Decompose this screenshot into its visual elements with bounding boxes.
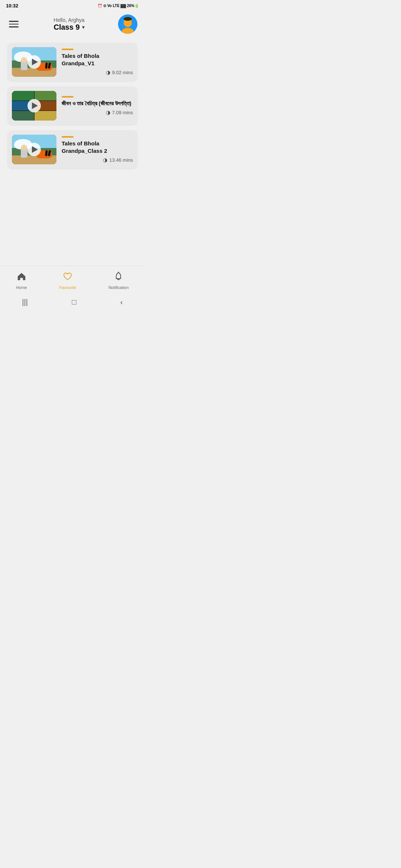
thumbnail-3: [12, 135, 56, 164]
thumb-cell-5: [12, 111, 34, 121]
video-list: Tales of Bhola Grandpa_V1 ◑ 9.02 mins: [0, 40, 145, 219]
nav-favourite-label: Favourite: [59, 285, 76, 290]
orange-bar-1: [62, 49, 74, 50]
class-selector[interactable]: Class 9 ▾: [20, 23, 118, 32]
recent-apps-button[interactable]: |||: [11, 296, 39, 308]
play-triangle-icon-2: [32, 102, 38, 109]
video-title-1: Tales of Bhola Grandpa_V1: [62, 52, 133, 68]
play-triangle-icon-3: [32, 146, 38, 153]
svg-point-3: [124, 17, 132, 21]
clock-icon-2: ◑: [106, 109, 110, 115]
hamburger-line-1: [9, 21, 19, 22]
header: Hello, Arghya Class 9 ▾: [0, 10, 145, 40]
bell-icon: [113, 271, 124, 284]
video-title-3: Tales of Bhola Grandpa_Class 2: [62, 140, 133, 155]
status-bar: 10:32 ⏰ ⊙ Vo LTE ▓▓ 26%🔋: [0, 0, 145, 10]
header-center: Hello, Arghya Class 9 ▾: [20, 17, 118, 32]
video-title-2: জীবন ও তার বৈচিত্র (জীবনের উৎপত্তি): [62, 100, 133, 107]
hamburger-line-3: [9, 26, 19, 27]
video-card-3[interactable]: Tales of Bhola Grandpa_Class 2 ◑ 13.46 m…: [7, 130, 137, 169]
system-nav: ||| □ ‹: [0, 293, 145, 313]
bottom-nav: Home Favourite Notification: [0, 266, 145, 293]
nav-home[interactable]: Home: [9, 270, 34, 291]
video-duration-3: ◑ 13.46 mins: [62, 157, 133, 163]
clock-icon-3: ◑: [103, 157, 107, 163]
thumb-cell-1: [12, 91, 34, 101]
class-name-label: Class 9: [53, 23, 79, 32]
thumbnail-1: [12, 47, 56, 77]
video-info-1: Tales of Bhola Grandpa_V1 ◑ 9.02 mins: [62, 49, 133, 76]
video-duration-2: ◑ 7.09 mins: [62, 109, 133, 115]
content-spacer: [0, 219, 145, 266]
home-button[interactable]: □: [61, 296, 87, 308]
thumb-cell-2: [35, 91, 57, 101]
home-icon: [16, 271, 27, 284]
video-info-2: জীবন ও তার বৈচিত্র (জীবনের উৎপত্তি) ◑ 7.…: [62, 96, 133, 115]
duration-text-2: 7.09 mins: [112, 110, 133, 115]
nav-notification-label: Notification: [108, 285, 128, 290]
video-card-2[interactable]: জীবন ও তার বৈচিত্র (জীবনের উৎপত্তি) ◑ 7.…: [7, 86, 137, 125]
avatar-icon: [118, 14, 137, 34]
video-duration-1: ◑ 9.02 mins: [62, 69, 133, 75]
nav-home-label: Home: [16, 285, 27, 290]
heart-icon: [62, 271, 73, 284]
status-icons: ⏰ ⊙ Vo LTE ▓▓ 26%🔋: [98, 4, 139, 8]
video-info-3: Tales of Bhola Grandpa_Class 2 ◑ 13.46 m…: [62, 136, 133, 163]
clock-icon-1: ◑: [106, 69, 110, 75]
play-button-3[interactable]: [27, 143, 41, 156]
duration-text-3: 13.46 mins: [109, 157, 133, 163]
thumb-cell-6: [35, 111, 57, 121]
duration-text-1: 9.02 mins: [112, 70, 133, 75]
back-button[interactable]: ‹: [109, 296, 134, 308]
nav-notification[interactable]: Notification: [101, 270, 136, 291]
play-triangle-icon: [32, 59, 38, 65]
play-button-1[interactable]: [27, 55, 41, 69]
menu-button[interactable]: [7, 19, 20, 29]
chevron-down-icon: ▾: [82, 24, 85, 30]
video-card-1[interactable]: Tales of Bhola Grandpa_V1 ◑ 9.02 mins: [7, 43, 137, 81]
orange-bar-2: [62, 96, 74, 98]
greeting-text: Hello, Arghya: [20, 17, 118, 23]
play-button-2[interactable]: [27, 99, 41, 112]
status-time: 10:32: [6, 3, 18, 9]
orange-bar-3: [62, 136, 74, 138]
thumbnail-2: [12, 91, 56, 121]
nav-favourite[interactable]: Favourite: [52, 270, 84, 291]
status-right: ⏰ ⊙ Vo LTE ▓▓ 26%🔋: [98, 4, 139, 8]
avatar-button[interactable]: [118, 14, 137, 34]
hamburger-line-2: [9, 24, 19, 25]
